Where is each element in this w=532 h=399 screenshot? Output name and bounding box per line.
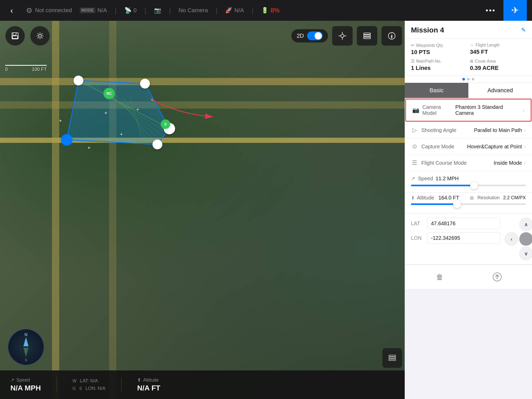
layers-icon <box>363 31 371 40</box>
speed-slider-thumb[interactable] <box>470 182 478 189</box>
signal-indicator: 📡 0 <box>124 7 137 14</box>
compass-south-arrow <box>23 348 29 357</box>
waypoint-1[interactable] <box>74 76 83 85</box>
flight-area-value: N/A <box>234 7 244 14</box>
scale-near: 0 <box>5 67 8 72</box>
flight-course-label: Flight Course Mode <box>421 160 467 166</box>
altitude-label: Altitude <box>143 377 159 383</box>
waypoints-qty-label: Waypoints Qty. <box>416 43 444 48</box>
shooting-angle-row[interactable]: ▷ Shooting Angle Parallel to Main Path › <box>405 122 532 138</box>
compass-north-arrow <box>23 337 29 346</box>
compass-reset-button[interactable] <box>381 26 402 46</box>
shooting-angle-label: Shooting Angle <box>421 127 456 133</box>
signal-icon: 📡 <box>124 7 131 14</box>
waypoint-plus-5[interactable]: + <box>87 144 91 151</box>
2d-label: 2D <box>297 32 304 39</box>
mainpath-stat: ☰ MainPath No. 1 Lines <box>411 59 467 71</box>
tab-advanced[interactable]: Advanced <box>468 83 532 98</box>
dot-1[interactable] <box>462 78 465 81</box>
resolution-icon: ⊞ <box>470 195 474 201</box>
svg-point-12 <box>39 35 41 37</box>
capture-mode-icon: ⊙ <box>411 143 418 150</box>
mainpath-no-label: MainPath No. <box>416 59 441 64</box>
lon-label: LON: N/A <box>85 386 105 391</box>
waypoint-plus-4[interactable]: + <box>151 97 154 103</box>
divider2: | <box>144 6 146 15</box>
altitude-icon: ⬆ <box>137 377 141 383</box>
dot-3[interactable] <box>472 78 474 81</box>
waypoint-plus-3[interactable]: + <box>136 106 139 113</box>
compass-rose: N S <box>8 329 44 365</box>
svg-rect-19 <box>364 35 370 37</box>
delete-icon: 🗑 <box>436 273 443 281</box>
speed-label: Speed <box>16 377 30 383</box>
waypoint-s[interactable]: S <box>161 119 170 129</box>
altitude-slider-track[interactable] <box>411 203 526 205</box>
altitude-slider-label: Altitude <box>417 195 434 201</box>
speed-slider-value: 11.2 MPH <box>436 176 459 182</box>
dot-2[interactable] <box>467 78 470 81</box>
speed-slider-label: Speed <box>418 176 433 182</box>
map-type-button[interactable] <box>357 26 377 46</box>
speed-slider-track[interactable] <box>411 185 526 186</box>
mode-value: N/A <box>97 7 107 14</box>
camera-model-row[interactable]: 📷 Camera Model Phantom 3 Standard Camera… <box>405 99 531 122</box>
flight-course-value: Inside Mode <box>494 160 522 166</box>
shooting-angle-chevron: › <box>524 127 526 133</box>
flight-course-mode-row[interactable]: ☰ Flight Course Mode Inside Mode › <box>405 155 532 171</box>
svg-rect-25 <box>389 355 396 356</box>
map-layer-button-bottom[interactable] <box>382 348 402 368</box>
save-map-button[interactable] <box>5 26 25 46</box>
arrow-left-button[interactable]: ‹ <box>505 232 518 246</box>
toggle-track[interactable] <box>307 31 323 40</box>
waypoint-2[interactable] <box>140 79 150 89</box>
altitude-slider-value: 164.0 FT <box>438 195 459 201</box>
battery-value: 8% <box>270 7 280 14</box>
gps-w-label: W <box>72 379 76 383</box>
scale-bar: 0 100 FT <box>5 65 47 72</box>
waypoint-9[interactable] <box>61 134 72 145</box>
toggle-2d-control[interactable]: 2D <box>291 29 328 43</box>
waypoint-rc[interactable]: RC <box>103 88 115 99</box>
gear-icon <box>36 32 44 40</box>
speed-slider-icon: ↗ <box>411 175 415 182</box>
waypoint-plus-2[interactable]: + <box>104 110 108 116</box>
upload-icon <box>492 272 502 282</box>
waypoint-12[interactable] <box>152 139 162 149</box>
compass-south-label: S <box>25 358 27 362</box>
tab-basic[interactable]: Basic <box>405 83 468 98</box>
map-controls-right: 2D <box>291 26 402 46</box>
lat-lon-section: LAT LON ∧ ‹ › ∨ <box>405 214 532 265</box>
battery-indicator: 🔋 8% <box>261 7 280 14</box>
capture-mode-row[interactable]: ⊙ Capture Mode Hover&Capture at Point › <box>405 138 532 155</box>
flight-course-icon: ☰ <box>411 159 418 166</box>
waypoints-qty-stat: ✏ Waypoints Qty. 10 PTS <box>411 43 467 56</box>
arrow-up-button[interactable]: ∧ <box>519 218 532 231</box>
app-header: ‹ ⚙ Not connected MODE N/A | 📡 0 | 📷 | N… <box>0 0 532 21</box>
lat-lon-inputs: LAT LON <box>411 218 501 247</box>
svg-rect-20 <box>364 37 370 39</box>
svg-rect-27 <box>389 359 396 361</box>
svg-rect-18 <box>364 33 370 35</box>
back-button[interactable]: ‹ <box>5 4 18 17</box>
drone-icon: ⚙ <box>26 6 32 15</box>
recenter-button[interactable] <box>332 26 353 46</box>
lon-input[interactable] <box>427 232 501 244</box>
battery-icon: 🔋 <box>261 7 268 14</box>
flight-length-icon: ↔ <box>470 43 474 48</box>
waypoint-plus-6[interactable]: + <box>120 131 123 138</box>
arrow-down-button[interactable]: ∨ <box>519 247 532 260</box>
resolution-value: 2.2 CM/PX <box>503 195 526 201</box>
fly-button[interactable]: ✈ <box>503 0 527 21</box>
delete-button[interactable]: 🗑 <box>432 269 448 285</box>
waypoints-icon: ✏ <box>411 43 414 48</box>
lat-input[interactable] <box>427 218 501 229</box>
altitude-slider-thumb[interactable] <box>453 200 461 208</box>
edit-button[interactable]: ✎ <box>521 27 526 34</box>
altitude-slider-fill <box>411 203 457 205</box>
upload-button[interactable] <box>489 269 505 285</box>
settings-button[interactable] <box>30 26 50 46</box>
divider4: | <box>216 6 217 15</box>
waypoint-plus-1[interactable]: + <box>59 117 62 124</box>
more-button[interactable]: ••• <box>486 6 496 15</box>
